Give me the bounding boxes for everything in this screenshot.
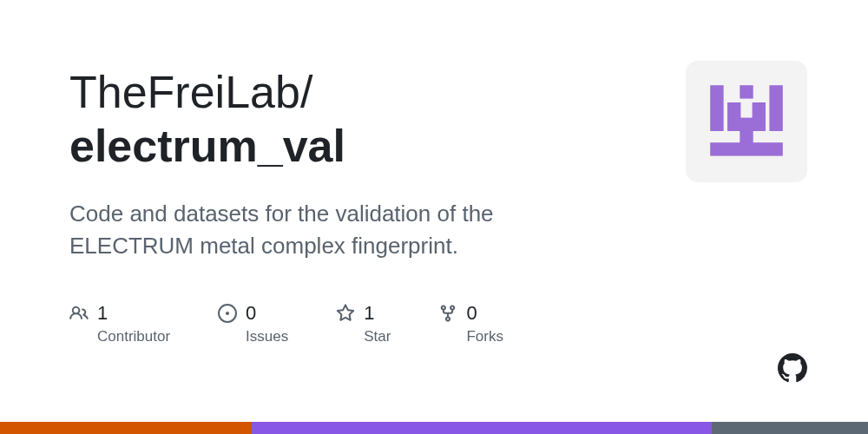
stripe-segment-orange [0, 422, 252, 434]
stripe-segment-purple [252, 422, 712, 434]
people-icon [69, 304, 89, 323]
stripe-segment-gray [712, 422, 868, 434]
stars-count: 1 [364, 302, 374, 325]
github-icon [778, 353, 807, 383]
svg-rect-4 [753, 102, 766, 131]
stat-stars: 1 Star [336, 302, 391, 345]
issues-count: 0 [246, 302, 256, 325]
fork-icon [438, 304, 457, 323]
github-logo [778, 353, 807, 386]
stat-contributors: 1 Contributor [69, 302, 170, 345]
contributors-count: 1 [97, 302, 108, 325]
svg-rect-7 [740, 131, 753, 144]
svg-rect-3 [727, 102, 740, 131]
stat-issues: 0 Issues [218, 302, 288, 345]
issue-icon [218, 304, 237, 323]
stat-forks: 0 Forks [438, 302, 503, 345]
svg-rect-6 [710, 142, 783, 155]
stars-label: Star [364, 328, 391, 345]
svg-rect-0 [710, 85, 723, 131]
svg-rect-1 [769, 85, 782, 131]
language-stripe [0, 422, 868, 434]
repo-owner: TheFreiLab/ [69, 67, 312, 117]
star-icon [336, 304, 355, 323]
forks-count: 0 [466, 302, 477, 325]
repo-stats: 1 Contributor 0 Issues 1 Star 0 Forks [69, 302, 799, 345]
svg-rect-2 [740, 85, 753, 98]
contributors-label: Contributor [97, 328, 170, 345]
repo-avatar [686, 61, 807, 182]
svg-rect-5 [740, 118, 753, 131]
repo-description: Code and datasets for the validation of … [69, 198, 608, 263]
identicon-icon [699, 74, 794, 169]
forks-label: Forks [466, 328, 503, 345]
issues-label: Issues [246, 328, 288, 345]
